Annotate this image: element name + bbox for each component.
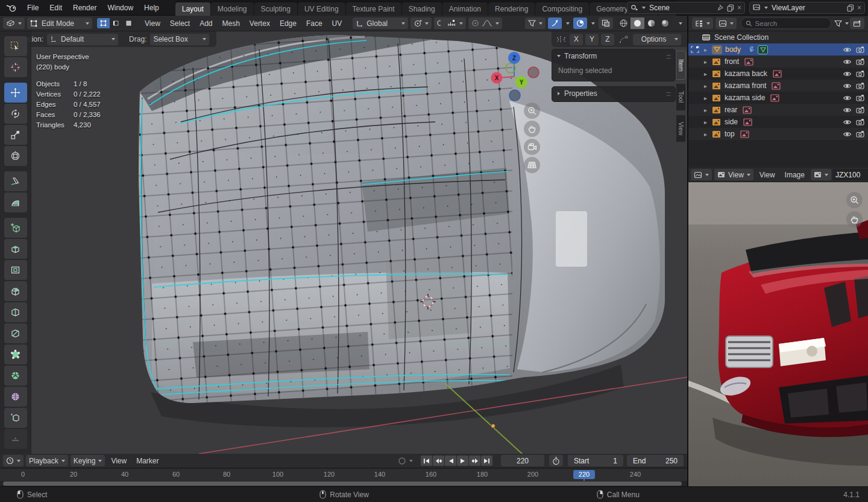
tab-layout[interactable]: Layout: [175, 2, 210, 16]
camera-view-button[interactable]: [524, 139, 540, 155]
end-frame-field[interactable]: End250: [627, 455, 684, 466]
disable-render-camera-icon[interactable]: [856, 119, 864, 126]
menu-edit[interactable]: Edit: [44, 0, 68, 16]
current-frame-field[interactable]: 220: [501, 455, 544, 466]
menu-file[interactable]: File: [22, 0, 44, 16]
outliner-row-kazama-back[interactable]: ▸ kazama back: [688, 68, 868, 80]
image-mode-dropdown[interactable]: View: [714, 169, 753, 180]
keying-dropdown[interactable]: Keying: [71, 455, 105, 466]
tab-uv-editing[interactable]: UV Editing: [298, 2, 345, 16]
tool-inset-faces[interactable]: [4, 260, 27, 280]
use-preview-range-button[interactable]: [549, 455, 563, 466]
outliner-row-kazama-front[interactable]: ▸ kazama front: [688, 80, 868, 92]
disable-render-camera-icon[interactable]: [856, 107, 864, 113]
image-menu-image[interactable]: Image: [780, 168, 810, 182]
sidebar-tab-item[interactable]: Item: [676, 51, 686, 80]
tool-shrink-fatten[interactable]: [4, 429, 27, 449]
expand-icon[interactable]: ▸: [704, 83, 712, 89]
playback-dropdown[interactable]: Playback: [26, 455, 68, 466]
disable-render-camera-icon[interactable]: [856, 59, 864, 65]
hide-eye-icon[interactable]: [843, 95, 852, 101]
tool-rotate[interactable]: [4, 104, 27, 124]
tool-spin[interactable]: [4, 366, 27, 386]
expand-icon[interactable]: ▸: [704, 107, 712, 113]
tool-select-box[interactable]: [4, 36, 27, 56]
menu-edge[interactable]: Edge: [275, 16, 301, 31]
disable-render-camera-icon[interactable]: [856, 71, 864, 77]
mode-dropdown[interactable]: Edit Mode: [27, 17, 92, 29]
tab-sculpting[interactable]: Sculpting: [254, 2, 297, 16]
scene-selector[interactable]: Scene ×: [627, 2, 745, 14]
editor-type-button[interactable]: [3, 17, 25, 29]
menu-render[interactable]: Render: [68, 0, 102, 16]
image-editor-type-button[interactable]: [691, 169, 712, 180]
outliner-search[interactable]: [741, 17, 831, 29]
image-name-field[interactable]: JZX100: [832, 169, 868, 180]
snap-toggle-and-dropdown[interactable]: [434, 17, 466, 29]
hide-eye-icon[interactable]: [843, 83, 852, 89]
face-select-button[interactable]: [122, 18, 135, 28]
outliner-row-kazama-side[interactable]: ▸ kazama side: [688, 92, 868, 104]
material-preview-button[interactable]: [644, 17, 658, 29]
tool-add-cube[interactable]: [4, 218, 27, 238]
new-scene-icon[interactable]: [727, 4, 734, 11]
pin-icon[interactable]: [717, 4, 724, 11]
sidebar-tab-view[interactable]: View: [676, 115, 686, 142]
solid-shading-button[interactable]: [631, 17, 644, 29]
orientation-setting-dropdown[interactable]: Default: [47, 34, 118, 45]
timeline-menu-marker[interactable]: Marker: [131, 454, 163, 468]
show-gizmo-button[interactable]: [548, 17, 562, 29]
expand-icon[interactable]: ▸: [704, 59, 712, 65]
expand-icon[interactable]: ▸: [704, 119, 712, 126]
outliner-editor-type-button[interactable]: [692, 17, 713, 29]
disable-render-camera-icon[interactable]: [856, 46, 864, 53]
tool-scale[interactable]: [4, 125, 27, 145]
outliner-row-top[interactable]: ▸ top: [688, 128, 868, 140]
mirror-y-button[interactable]: Y: [585, 34, 599, 45]
hide-eye-icon[interactable]: [843, 46, 852, 53]
timeline-ruler[interactable]: 0 20 40 60 80 100 120 140 160 180 200 22…: [0, 468, 687, 481]
image-zoom-button[interactable]: [846, 192, 863, 208]
next-keyframe-button[interactable]: [469, 456, 480, 466]
unlink-scene-icon[interactable]: ×: [737, 4, 741, 12]
current-frame-marker[interactable]: 220: [573, 470, 595, 479]
outliner-row-body[interactable]: ▸ body: [688, 43, 868, 56]
start-frame-field[interactable]: Start1: [568, 455, 623, 466]
menu-add[interactable]: Add: [195, 16, 217, 31]
transform-panel-header[interactable]: Transform ::::: [552, 49, 675, 63]
shading-dropdown-chevron[interactable]: [679, 22, 682, 25]
outliner-display-mode-button[interactable]: [715, 17, 737, 29]
tool-transform[interactable]: [4, 146, 27, 166]
timeline-scrollbar[interactable]: [0, 481, 687, 486]
tool-bevel[interactable]: [4, 281, 27, 301]
pan-button[interactable]: [524, 121, 540, 137]
rendered-shading-button[interactable]: [658, 17, 672, 29]
show-overlays-button[interactable]: [573, 17, 587, 29]
play-button[interactable]: [457, 456, 468, 466]
drag-grip-icon[interactable]: ::::: [666, 53, 670, 60]
expand-icon[interactable]: ▸: [704, 46, 712, 53]
mirror-z-button[interactable]: Z: [601, 34, 614, 45]
wireframe-shading-button[interactable]: [617, 17, 631, 29]
play-reverse-button[interactable]: [445, 456, 456, 466]
new-viewlayer-icon[interactable]: [847, 4, 854, 11]
tool-annotate[interactable]: [4, 171, 27, 191]
options-dropdown[interactable]: Options: [633, 34, 681, 45]
properties-panel-header[interactable]: Properties ::::: [552, 87, 675, 100]
outliner-row-side[interactable]: ▸ side: [688, 116, 868, 128]
navigation-gizmo[interactable]: Z X Y: [486, 49, 546, 104]
tab-shading[interactable]: Shading: [402, 2, 442, 16]
scrollbar-handle[interactable]: [3, 481, 682, 486]
menu-view[interactable]: View: [140, 16, 165, 31]
chevron-down-icon[interactable]: [591, 22, 595, 25]
expand-icon[interactable]: ▸: [704, 71, 712, 77]
new-collection-button[interactable]: [850, 17, 864, 29]
menu-mesh[interactable]: Mesh: [218, 16, 245, 31]
vertex-select-button[interactable]: [97, 18, 110, 28]
hide-eye-icon[interactable]: [843, 107, 852, 113]
timeline-menu-view[interactable]: View: [106, 454, 131, 468]
hide-eye-icon[interactable]: [843, 71, 852, 77]
prev-keyframe-button[interactable]: [433, 456, 444, 466]
tab-texture-paint[interactable]: Texture Paint: [346, 2, 401, 16]
zoom-button[interactable]: [524, 103, 540, 119]
